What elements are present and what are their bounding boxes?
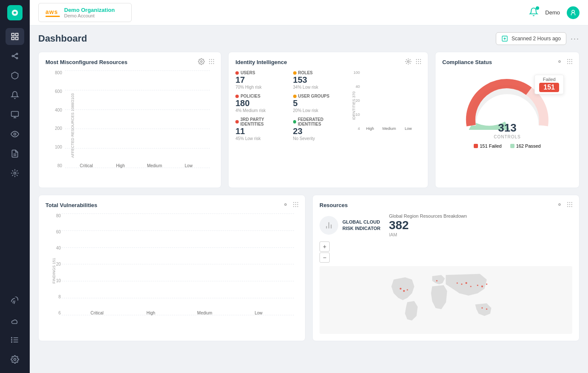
dashboard-header: Dashboard Scanned 2 Hours ago ···: [38, 32, 580, 45]
svg-point-30: [209, 61, 210, 62]
gear-icon[interactable]: [282, 201, 289, 208]
svg-point-87: [477, 285, 478, 286]
card-identity-actions: [405, 58, 422, 65]
id-bar-high[interactable]: High: [364, 125, 376, 131]
sidebar-item-settings[interactable]: [6, 351, 24, 368]
logo[interactable]: [7, 5, 23, 20]
bar-low[interactable]: Low: [181, 162, 197, 168]
sidebar-item-analyze[interactable]: [6, 165, 24, 182]
sidebar-item-fingerprint[interactable]: [6, 292, 24, 309]
identity-content: USERS 17 70% High risk ROLES 153 34% Low…: [235, 70, 421, 141]
svg-point-45: [420, 63, 421, 64]
svg-point-36: [407, 61, 409, 62]
grid-dots-icon[interactable]: [415, 58, 422, 65]
scan-label: Scanned 2 Hours ago: [512, 36, 561, 42]
sidebar-item-eye[interactable]: [6, 126, 24, 143]
svg-point-28: [211, 59, 212, 60]
svg-point-71: [569, 204, 570, 205]
svg-point-47: [567, 59, 568, 60]
svg-rect-1: [12, 34, 14, 36]
bar-medium[interactable]: Medium: [147, 162, 163, 168]
legend-failed: 151 Failed: [474, 143, 501, 149]
identity-federated: FEDERATED IDENTITIES 23 No Severity: [293, 117, 344, 141]
bar-critical[interactable]: Critical: [78, 162, 94, 168]
svg-point-79: [400, 288, 401, 289]
org-name: Demo Organization: [64, 7, 115, 13]
id-yaxis: 1004020104: [351, 70, 360, 131]
vuln-bar-medium[interactable]: Medium: [195, 309, 214, 315]
grid-dots-icon[interactable]: [566, 201, 573, 208]
compliance-chart: Failed 151: [442, 70, 572, 149]
grid-dots-icon[interactable]: [208, 58, 215, 65]
sidebar-item-cloud[interactable]: [6, 312, 24, 329]
card-identity: Identity Intelligence USERS 17 70% High …: [228, 52, 428, 188]
svg-point-53: [567, 63, 568, 64]
gear-icon[interactable]: [556, 58, 563, 65]
svg-point-39: [420, 59, 421, 60]
vuln-yaxis: 806040201086: [48, 213, 61, 315]
notification-bell[interactable]: [529, 7, 538, 18]
sidebar-item-connections[interactable]: [6, 48, 24, 65]
scan-badge[interactable]: Scanned 2 Hours ago: [496, 32, 566, 45]
svg-point-81: [407, 289, 408, 290]
card-misconfigured-actions: [198, 58, 215, 65]
svg-point-80: [403, 290, 405, 292]
vuln-bar-high[interactable]: High: [141, 309, 160, 315]
svg-point-86: [470, 286, 472, 287]
gear-icon[interactable]: [198, 58, 205, 65]
global-risk: GLOBAL CLOUDRISK INDICATOR: [319, 213, 380, 237]
breakdown-sub: IAM: [389, 232, 572, 237]
vuln-bars: Critical High Medium Low: [62, 213, 294, 315]
svg-point-82: [436, 280, 438, 281]
more-options-icon[interactable]: ···: [571, 34, 580, 43]
card-compliance-actions: [556, 58, 573, 65]
page-title: Dashboard: [38, 33, 87, 44]
card-resources-title: Resources: [319, 202, 572, 208]
svg-point-13: [14, 133, 16, 135]
sidebar-item-dashboard[interactable]: [6, 28, 24, 45]
svg-point-83: [457, 282, 458, 283]
svg-point-58: [295, 202, 296, 203]
svg-point-84: [461, 283, 462, 285]
sidebar-item-alerts[interactable]: [6, 87, 24, 104]
svg-point-35: [213, 63, 214, 64]
card-resources: Resources GLOBAL CLOUDRISK INDICATOR: [312, 195, 580, 341]
id-bar-low[interactable]: Low: [402, 125, 415, 131]
svg-line-8: [14, 54, 17, 56]
svg-point-46: [559, 61, 560, 62]
svg-point-31: [211, 61, 212, 62]
svg-point-63: [293, 206, 294, 207]
sidebar-item-list[interactable]: [6, 331, 24, 348]
grid-dots-icon[interactable]: [566, 58, 573, 65]
gear-icon[interactable]: [556, 201, 563, 208]
identity-usergroups: USER GROUPS 5 20% Low risk: [293, 94, 344, 113]
grid-dots-icon[interactable]: [292, 201, 299, 208]
vuln-bar-low[interactable]: Low: [249, 309, 268, 315]
svg-point-50: [567, 61, 568, 62]
svg-point-67: [567, 202, 568, 203]
sidebar-item-security[interactable]: [6, 67, 24, 84]
main-content: aws Demo Organization Demo Account Demo …: [30, 0, 588, 373]
notif-dot: [536, 6, 539, 10]
svg-point-88: [481, 286, 483, 287]
id-bar-medium[interactable]: Medium: [382, 125, 396, 131]
user-avatar[interactable]: [567, 6, 580, 19]
sidebar-item-report[interactable]: [6, 145, 24, 162]
bar-chart-bars: Critical High Medium Low: [65, 70, 210, 168]
zoom-in-button[interactable]: +: [319, 241, 330, 252]
sidebar-item-monitor[interactable]: [6, 106, 24, 123]
bar-high[interactable]: High: [112, 162, 128, 168]
svg-point-24: [572, 10, 574, 13]
vuln-bar-critical[interactable]: Critical: [88, 309, 106, 315]
zoom-out-button[interactable]: −: [319, 252, 330, 263]
total-controls: 313: [494, 121, 521, 135]
svg-point-57: [293, 202, 294, 203]
user-name[interactable]: Demo: [545, 9, 560, 16]
card-compliance: Compliance Status Failed 151: [435, 52, 580, 188]
world-map: [319, 266, 572, 334]
brand-area[interactable]: aws Demo Organization Demo Account: [38, 3, 132, 22]
card-misconfigured: Most Misconfigured Resources 80060040020…: [38, 52, 221, 188]
svg-point-20: [11, 337, 12, 338]
gear-icon[interactable]: [405, 58, 412, 65]
svg-rect-3: [12, 37, 14, 40]
